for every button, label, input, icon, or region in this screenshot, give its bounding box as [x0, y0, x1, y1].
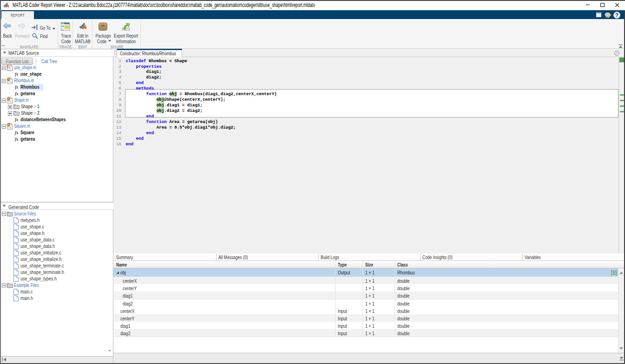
svg-text:?: ?	[615, 12, 618, 19]
svg-text:fx: fx	[7, 65, 10, 68]
